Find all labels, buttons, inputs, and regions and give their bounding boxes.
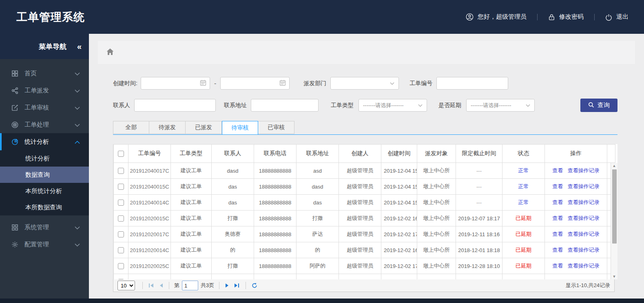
tab-pending-dispatch[interactable]: 待派发 <box>149 121 186 134</box>
next-page-button[interactable] <box>225 283 229 288</box>
scrollbar-thumb[interactable] <box>612 169 617 244</box>
order-no-cell: 201912020017C <box>128 226 171 242</box>
divider <box>246 282 246 289</box>
home-icon[interactable] <box>106 48 114 57</box>
table-row: 201912020015C 建议工单 打撒 18888888888 打撒 超级管… <box>114 211 615 226</box>
select-value: -------请选择------- <box>471 102 511 109</box>
logout-button[interactable]: 退出 <box>605 13 629 21</box>
change-password-label: 修改密码 <box>559 13 584 21</box>
create-time-end-input[interactable] <box>220 77 290 90</box>
row-checkbox[interactable] <box>118 200 124 206</box>
row-checkbox[interactable] <box>118 168 124 174</box>
view-log-link[interactable]: 查看操作记录 <box>568 183 600 189</box>
sidebar-subitem-statistics[interactable]: 统计分析 <box>0 150 89 167</box>
sidebar-item-dispatch[interactable]: 工单派发 <box>0 82 89 99</box>
row-checkbox[interactable] <box>118 247 124 253</box>
view-link[interactable]: 查看 <box>552 215 563 221</box>
search-icon <box>588 102 594 109</box>
view-log-link[interactable]: 查看操作记录 <box>568 215 600 221</box>
contact-input[interactable] <box>134 99 216 112</box>
order-type-cell: 建议工单 <box>171 179 212 195</box>
tab-all[interactable]: 全部 <box>113 121 149 134</box>
user-greeting-label: 您好，超级管理员 <box>478 13 527 21</box>
order-type-cell: 建议工单 <box>171 211 212 226</box>
sidebar-subitem-local-data-query[interactable]: 本所数据查询 <box>0 199 89 215</box>
order-no-input[interactable] <box>436 77 508 90</box>
chevron-down-icon <box>418 102 423 108</box>
refresh-button[interactable] <box>252 283 257 288</box>
sidebar-item-home[interactable]: 首页 <box>0 65 89 82</box>
table-row-partial <box>114 274 615 280</box>
order-type-select[interactable]: -------请选择------- <box>359 99 427 112</box>
row-checkbox[interactable] <box>118 231 124 237</box>
tab-dispatched[interactable]: 已派发 <box>186 121 222 134</box>
view-log-link[interactable]: 查看操作记录 <box>568 263 600 269</box>
sidebar-item-label: 配置管理 <box>24 241 75 248</box>
divider <box>594 14 595 20</box>
table-scrollbar[interactable]: ▲ ▼ <box>611 163 617 279</box>
sidebar-item-config[interactable]: 配置管理 <box>0 236 89 253</box>
status-badge: 正常 <box>518 199 529 205</box>
select-all-checkbox[interactable] <box>118 151 124 157</box>
created-cell: 2019-12-04 15 <box>381 163 417 179</box>
tab-reviewed[interactable]: 已审核 <box>258 121 294 134</box>
page-number-input[interactable] <box>182 281 198 290</box>
order-no-cell: 201912040017C <box>128 163 171 179</box>
sidebar-item-label: 系统管理 <box>24 224 75 231</box>
overdue-select[interactable]: -------请选择------- <box>466 99 535 112</box>
target-cell: 墩上中心所 <box>417 226 456 242</box>
view-link[interactable]: 查看 <box>552 263 563 269</box>
status-badge: 正常 <box>518 167 529 173</box>
view-log-link[interactable]: 查看操作记录 <box>568 231 600 237</box>
main-content: 创建时间: - 派发部门 工单编号 联系人 <box>89 34 644 299</box>
filter-row-2: 联系人 联系地址 工单类型 -------请选择------- 是否延期 ---… <box>113 99 617 112</box>
dispatch-dept-select[interactable] <box>330 77 399 90</box>
address-label: 联系地址 <box>224 102 247 109</box>
phone-cell: 18888888888 <box>254 242 297 258</box>
table-row: 201912020014C 建议工单 的 18888888888 的 超级管理员… <box>114 242 615 258</box>
row-checkbox[interactable] <box>118 263 124 269</box>
contact-label: 联系人 <box>113 102 130 109</box>
row-checkbox[interactable] <box>118 184 124 190</box>
view-log-link[interactable]: 查看操作记录 <box>568 167 600 173</box>
view-link[interactable]: 查看 <box>552 183 563 189</box>
order-no-cell: 201912020015C <box>128 211 171 226</box>
sidebar-item-process[interactable]: 工单处理 <box>0 116 89 133</box>
sidebar-subitem-data-query[interactable]: 数据查询 <box>0 167 89 183</box>
row-select-cell <box>114 258 128 274</box>
address-input[interactable] <box>251 99 319 112</box>
overdue-label: 是否延期 <box>438 102 461 109</box>
order-no-cell: 201912040014C <box>128 195 171 211</box>
search-button[interactable]: 查询 <box>580 99 617 112</box>
scroll-up-icon[interactable]: ▲ <box>613 163 616 169</box>
sidebar-item-review[interactable]: 工单审核 <box>0 99 89 116</box>
first-page-button[interactable] <box>148 283 154 288</box>
chevron-down-icon <box>75 241 80 248</box>
status-badge: 正常 <box>518 183 529 189</box>
view-log-link[interactable]: 查看操作记录 <box>568 199 600 205</box>
footer-bar <box>0 299 644 303</box>
view-log-link[interactable]: 查看操作记录 <box>568 247 600 253</box>
page-size-select[interactable]: 10 <box>117 281 135 290</box>
view-link[interactable]: 查看 <box>552 167 563 173</box>
view-link[interactable]: 查看 <box>552 199 563 205</box>
prev-page-button[interactable] <box>159 283 163 288</box>
user-greeting[interactable]: 您好，超级管理员 <box>466 13 527 21</box>
last-page-button[interactable] <box>234 283 240 288</box>
chevron-down-icon <box>75 70 80 77</box>
view-link[interactable]: 查看 <box>552 231 563 237</box>
sidebar-item-system[interactable]: 系统管理 <box>0 219 89 236</box>
status-tabs: 全部 待派发 已派发 待审核 已审核 <box>113 121 617 135</box>
sidebar-collapse-button[interactable]: « <box>77 42 81 50</box>
sidebar-item-statistics[interactable]: 统计分析 <box>0 133 89 150</box>
view-link[interactable]: 查看 <box>552 247 563 253</box>
row-checkbox[interactable] <box>118 215 124 222</box>
sidebar-subitem-local-statistics[interactable]: 本所统计分析 <box>0 183 89 199</box>
tab-pending-review[interactable]: 待审核 <box>222 121 258 135</box>
change-password-button[interactable]: 修改密码 <box>548 13 584 21</box>
create-time-start-input[interactable] <box>141 77 210 90</box>
sidebar-group-statistics: 统计分析 统计分析 数据查询 本所统计分析 本所数据查询 <box>0 133 89 215</box>
scroll-down-icon[interactable]: ▼ <box>613 274 616 279</box>
status-cell: 正常 <box>502 163 545 179</box>
system-icon <box>11 224 19 231</box>
